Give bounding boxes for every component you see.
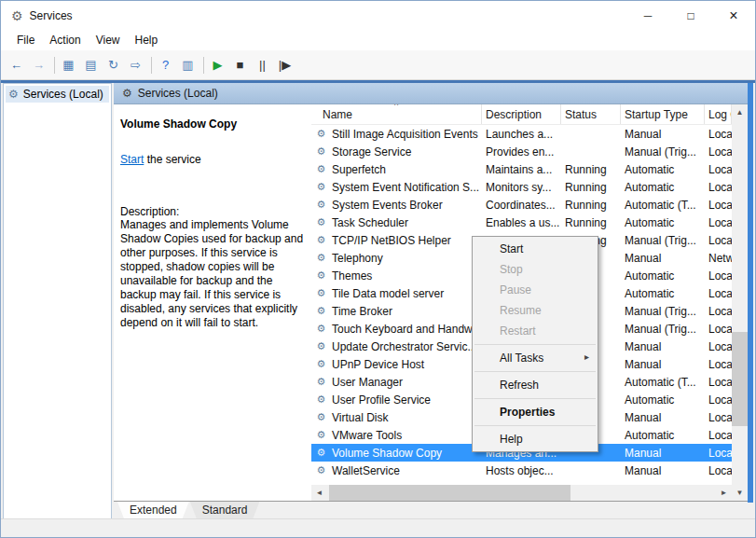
scroll-up-button[interactable]: ▲ bbox=[732, 104, 748, 120]
toolbar-button-icon: ⇨ bbox=[131, 58, 141, 72]
Still Image Acquisition Events[interactable]: ⚙Still Image Acquisition Events Launches… bbox=[311, 125, 732, 143]
service-gear-icon: ⚙ bbox=[315, 429, 327, 441]
service-status-cell: Running bbox=[561, 216, 621, 229]
horizontal-scroll-track[interactable] bbox=[327, 485, 716, 501]
scroll-right-button[interactable]: ► bbox=[716, 485, 732, 501]
minimize-button[interactable]: ─ bbox=[626, 1, 669, 30]
service-name-cell: ⚙Task Scheduler bbox=[311, 216, 482, 229]
vertical-scrollbar[interactable]: ▲ ▼ bbox=[732, 104, 748, 501]
column-header-label: Startup Type bbox=[625, 108, 688, 121]
properties-button[interactable]: ▤ bbox=[80, 54, 102, 76]
context-start[interactable]: Start ▸ bbox=[473, 239, 598, 259]
start-service-button[interactable]: ▶ bbox=[207, 54, 228, 76]
show-action-pane-button[interactable]: ▥ bbox=[177, 54, 199, 76]
pause-service-button[interactable]: || bbox=[252, 54, 273, 76]
context-resume[interactable]: Resume ▸ bbox=[473, 300, 598, 321]
context-restart[interactable]: Restart ▸ bbox=[473, 321, 598, 341]
vertical-scroll-track[interactable] bbox=[732, 120, 748, 485]
context-pause[interactable]: Pause ▸ bbox=[473, 280, 598, 300]
service-name-cell: ⚙WalletService bbox=[311, 464, 482, 477]
export-list-button[interactable]: ⇨ bbox=[125, 54, 146, 76]
service-name-cell: ⚙Touch Keyboard and Handw... bbox=[311, 323, 482, 336]
service-log-on-cell: Local bbox=[705, 234, 732, 247]
context-separator: ▸ bbox=[473, 422, 598, 429]
menu-bar: File Action View Help bbox=[1, 30, 755, 50]
forward-button[interactable]: → bbox=[28, 54, 49, 76]
service-gear-icon: ⚙ bbox=[315, 128, 327, 140]
scroll-down-button[interactable]: ▼ bbox=[732, 485, 748, 501]
tree-item-services-local[interactable]: ⚙ Services (Local) bbox=[6, 86, 109, 103]
tab-standard[interactable]: Standard bbox=[190, 502, 260, 518]
service-log-on-cell: Local bbox=[705, 128, 732, 141]
stop-service-button[interactable]: ■ bbox=[229, 54, 251, 76]
menubar-view[interactable]: View bbox=[89, 31, 128, 49]
context-menu-item-label: Start bbox=[500, 242, 523, 255]
service-name: Task Scheduler bbox=[332, 216, 408, 229]
restart-service-button[interactable]: |▶ bbox=[274, 54, 296, 76]
context-all-tasks[interactable]: All Tasks ▸ bbox=[473, 348, 598, 368]
WalletService[interactable]: ⚙WalletService Hosts objec... Manual Loc… bbox=[311, 462, 732, 479]
menubar-help[interactable]: Help bbox=[128, 31, 166, 49]
column-status[interactable]: ^ Status bbox=[561, 104, 621, 124]
service-name: TCP/IP NetBIOS Helper bbox=[332, 234, 451, 247]
System Event Notification S...[interactable]: ⚙System Event Notification S... Monitors… bbox=[311, 178, 732, 196]
service-name-cell: ⚙System Event Notification S... bbox=[311, 181, 482, 194]
toolbar-button-icon: ▥ bbox=[182, 58, 193, 72]
toolbar-button-icon: ← bbox=[10, 58, 22, 72]
context-stop[interactable]: Stop ▸ bbox=[473, 259, 598, 280]
toolbar-button-icon: ▤ bbox=[85, 58, 96, 72]
service-startup-type-cell: Manual bbox=[621, 340, 705, 353]
toolbar-button-icon: ↻ bbox=[108, 58, 118, 72]
Storage Service[interactable]: ⚙Storage Service Provides en... Manual (… bbox=[311, 143, 732, 160]
horizontal-scrollbar[interactable]: ◄ ► bbox=[311, 485, 732, 501]
column-name[interactable]: ^ Name bbox=[311, 104, 482, 124]
service-name: Themes bbox=[332, 269, 372, 283]
horizontal-scroll-thumb[interactable] bbox=[329, 485, 570, 501]
menubar-action[interactable]: Action bbox=[42, 31, 88, 49]
service-startup-type-cell: Manual (Trig... bbox=[621, 234, 705, 247]
start-service-suffix: the service bbox=[144, 153, 200, 166]
service-startup-type-cell: Automatic bbox=[621, 287, 705, 300]
service-gear-icon: ⚙ bbox=[315, 287, 327, 299]
service-gear-icon: ⚙ bbox=[315, 323, 327, 335]
column-startup-type[interactable]: ^ Startup Type bbox=[621, 104, 705, 124]
view-body: Volume Shadow Copy Start the service Des… bbox=[114, 104, 748, 501]
show-console-tree-button[interactable]: ▦ bbox=[58, 54, 79, 76]
scroll-left-button[interactable]: ◄ bbox=[311, 485, 327, 501]
back-button[interactable]: ← bbox=[6, 54, 27, 76]
Task Scheduler[interactable]: ⚙Task Scheduler Enables a us... Running … bbox=[311, 214, 732, 231]
service-name-cell: ⚙Volume Shadow Copy bbox=[311, 447, 482, 460]
vertical-scroll-thumb[interactable] bbox=[732, 332, 748, 427]
service-name: Storage Service bbox=[332, 145, 411, 159]
service-name-cell: ⚙UPnP Device Host bbox=[311, 358, 482, 371]
column-description[interactable]: ^ Description bbox=[482, 104, 561, 124]
context-separator: ▸ bbox=[473, 368, 598, 375]
services-node-icon: ⚙ bbox=[8, 88, 19, 101]
service-log-on-cell: Local bbox=[705, 393, 732, 407]
menubar-file[interactable]: File bbox=[9, 31, 42, 49]
Superfetch[interactable]: ⚙Superfetch Maintains a... Running Autom… bbox=[311, 160, 732, 178]
service-startup-type-cell: Manual bbox=[621, 447, 705, 460]
description-label: Description: bbox=[120, 205, 304, 218]
column-header-label: Status bbox=[565, 108, 597, 121]
service-gear-icon: ⚙ bbox=[315, 447, 327, 459]
service-log-on-cell: Local bbox=[705, 411, 732, 424]
service-startup-type-cell: Manual bbox=[621, 128, 705, 141]
service-log-on-cell: Local bbox=[705, 216, 732, 229]
context-help[interactable]: Help ▸ bbox=[473, 429, 598, 449]
refresh-button[interactable]: ↻ bbox=[103, 54, 124, 76]
service-startup-type-cell: Automatic (T... bbox=[621, 376, 705, 389]
maximize-button[interactable]: □ bbox=[669, 1, 712, 30]
service-log-on-cell: Local bbox=[705, 287, 732, 300]
context-refresh[interactable]: Refresh ▸ bbox=[473, 375, 598, 395]
System Events Broker[interactable]: ⚙System Events Broker Coordinates... Run… bbox=[311, 196, 732, 214]
tab-extended[interactable]: Extended bbox=[117, 502, 189, 518]
close-button[interactable]: × bbox=[712, 1, 755, 30]
service-description-cell: Maintains a... bbox=[482, 163, 561, 176]
column-log-on-as[interactable]: ^ Log O bbox=[705, 104, 732, 124]
service-name-cell: ⚙Time Broker bbox=[311, 305, 482, 318]
service-gear-icon: ⚙ bbox=[315, 464, 327, 476]
start-service-link[interactable]: Start bbox=[120, 153, 144, 166]
context-properties[interactable]: Properties ▸ bbox=[473, 402, 598, 422]
help-button[interactable]: ? bbox=[155, 54, 176, 76]
